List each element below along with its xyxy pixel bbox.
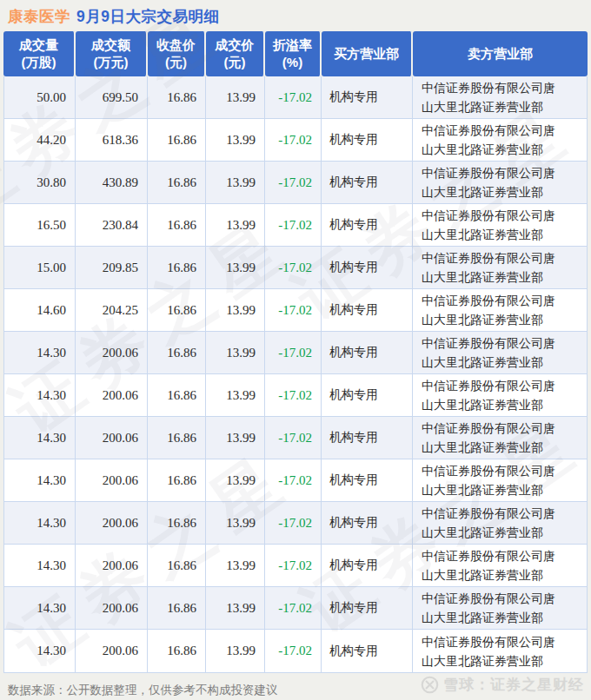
cell-amount: 200.06 [76,459,148,501]
cell-seller: 中信证券股份有限公司唐山大里北路证券营业部 [413,502,587,544]
table-row: 16.50230.8416.8613.99-17.02机构专用中信证券股份有限公… [4,204,587,247]
cell-seller: 中信证券股份有限公司唐山大里北路证券营业部 [413,119,587,161]
cell-trade-price: 13.99 [206,374,265,416]
cell-trade-price: 13.99 [206,204,265,246]
col-header-trade-price: 成交价 (元) [206,31,265,76]
table-row: 50.00699.5016.8613.99-17.02机构专用中信证券股份有限公… [4,76,587,119]
cell-premium-rate: -17.02 [265,374,322,416]
cell-buyer: 机构专用 [322,76,413,118]
cell-trade-price: 13.99 [206,587,265,629]
cell-close-price: 16.86 [148,119,206,161]
col-header-close-price: 收盘价 (元) [148,31,206,76]
cell-volume: 16.50 [4,204,76,246]
cell-close-price: 16.86 [148,587,206,629]
seller-name: 中信证券股份有限公司唐山大里北路证券营业部 [422,333,564,372]
cell-seller: 中信证券股份有限公司唐山大里北路证券营业部 [413,289,587,331]
seller-name: 中信证券股份有限公司唐山大里北路证券营业部 [422,291,564,329]
cell-premium-rate: -17.02 [265,162,322,203]
cell-close-price: 16.86 [148,374,206,416]
cell-premium-rate: -17.02 [265,417,322,459]
cell-volume: 30.80 [4,162,76,203]
cell-close-price: 16.86 [148,459,206,501]
col-header-amount: 成交额 (万元) [76,31,148,76]
cell-seller: 中信证券股份有限公司唐山大里北路证券营业部 [413,630,587,672]
footer: 数据来源：公开数据整理，仅供参考不构成投资建议 雪球：证券之星财经 [3,673,588,698]
seller-name: 中信证券股份有限公司唐山大里北路证券营业部 [422,419,564,457]
cell-volume: 14.30 [4,332,76,373]
seller-name: 中信证券股份有限公司唐山大里北路证券营业部 [422,589,564,627]
cell-trade-price: 13.99 [206,162,265,203]
cell-trade-price: 13.99 [206,247,265,288]
cell-amount: 430.89 [76,162,148,203]
cell-amount: 200.06 [76,332,148,373]
seller-name: 中信证券股份有限公司唐山大里北路证券营业部 [422,504,564,542]
cell-buyer: 机构专用 [322,162,413,203]
data-source-note: 数据来源：公开数据整理，仅供参考不构成投资建议 [8,678,278,698]
cell-volume: 50.00 [4,76,76,118]
col-header-buyer: 买方营业部 [322,31,413,76]
cell-volume: 14.30 [4,630,76,672]
cell-amount: 200.06 [76,630,148,672]
cell-amount: 200.06 [76,374,148,416]
col-header-volume: 成交量 (万股) [3,31,76,76]
cell-seller: 中信证券股份有限公司唐山大里北路证券营业部 [413,162,587,203]
table-row: 30.80430.8916.8613.99-17.02机构专用中信证券股份有限公… [4,162,587,204]
cell-seller: 中信证券股份有限公司唐山大里北路证券营业部 [413,76,587,118]
cell-premium-rate: -17.02 [265,502,322,544]
cell-amount: 200.06 [76,587,148,629]
seller-name: 中信证券股份有限公司唐山大里北路证券营业部 [422,546,564,584]
cell-close-price: 16.86 [148,162,206,203]
cell-volume: 14.30 [4,502,76,544]
xueqiu-logo-icon [421,676,439,694]
table-body: 50.00699.5016.8613.99-17.02机构专用中信证券股份有限公… [3,76,588,673]
cell-seller: 中信证券股份有限公司唐山大里北路证券营业部 [413,417,587,459]
seller-name: 中信证券股份有限公司唐山大里北路证券营业部 [422,163,564,201]
seller-name: 中信证券股份有限公司唐山大里北路证券营业部 [422,632,564,670]
cell-close-price: 16.86 [148,247,206,288]
col-header-seller: 卖方营业部 [413,31,588,76]
cell-buyer: 机构专用 [322,204,413,246]
seller-name: 中信证券股份有限公司唐山大里北路证券营业部 [422,206,564,244]
brand-watermark: 雪球：证券之星财经 [421,675,584,695]
seller-name: 中信证券股份有限公司唐山大里北路证券营业部 [422,461,564,499]
cell-volume: 44.20 [4,119,76,161]
cell-close-price: 16.86 [148,204,206,246]
table-row: 15.00209.8516.8613.99-17.02机构专用中信证券股份有限公… [4,247,587,289]
table-header-row: 成交量 (万股) 成交额 (万元) 收盘价 (元) 成交价 (元) 折溢率 (%… [3,31,588,76]
table-row: 44.20618.3616.8613.99-17.02机构专用中信证券股份有限公… [4,119,587,162]
cell-buyer: 机构专用 [322,545,413,586]
cell-seller: 中信证券股份有限公司唐山大里北路证券营业部 [413,332,587,373]
cell-close-price: 16.86 [148,502,206,544]
cell-trade-price: 13.99 [206,289,265,331]
col-header-premium-rate: 折溢率 (%) [265,31,322,76]
cell-seller: 中信证券股份有限公司唐山大里北路证券营业部 [413,374,587,416]
cell-trade-price: 13.99 [206,502,265,544]
cell-seller: 中信证券股份有限公司唐山大里北路证券营业部 [413,587,587,629]
table-row: 14.30200.0616.8613.99-17.02机构专用中信证券股份有限公… [4,630,587,672]
cell-amount: 200.06 [76,545,148,586]
cell-seller: 中信证券股份有限公司唐山大里北路证券营业部 [413,204,587,246]
cell-premium-rate: -17.02 [265,630,322,672]
cell-volume: 14.30 [4,374,76,416]
cell-close-price: 16.86 [148,417,206,459]
cell-buyer: 机构专用 [322,119,413,161]
cell-amount: 618.36 [76,119,148,161]
cell-volume: 14.30 [4,545,76,586]
table-row: 14.30200.0616.8613.99-17.02机构专用中信证券股份有限公… [4,374,587,417]
cell-seller: 中信证券股份有限公司唐山大里北路证券营业部 [413,247,587,288]
cell-premium-rate: -17.02 [265,587,322,629]
cell-volume: 14.30 [4,459,76,501]
cell-close-price: 16.86 [148,545,206,586]
cell-close-price: 16.86 [148,76,206,118]
cell-trade-price: 13.99 [206,76,265,118]
cell-amount: 204.25 [76,289,148,331]
cell-close-price: 16.86 [148,332,206,373]
cell-trade-price: 13.99 [206,119,265,161]
cell-buyer: 机构专用 [322,247,413,288]
stock-name: 康泰医学 [8,8,70,25]
cell-seller: 中信证券股份有限公司唐山大里北路证券营业部 [413,545,587,586]
seller-name: 中信证券股份有限公司唐山大里北路证券营业部 [422,121,564,159]
cell-buyer: 机构专用 [322,417,413,459]
cell-trade-price: 13.99 [206,630,265,672]
cell-premium-rate: -17.02 [265,459,322,501]
